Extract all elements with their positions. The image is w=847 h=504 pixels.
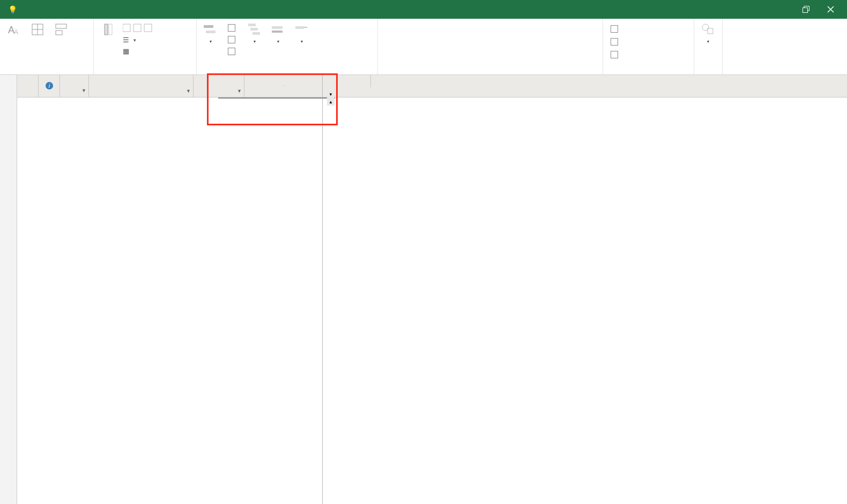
duration-header[interactable]: ▼ xyxy=(194,75,244,97)
svg-rect-22 xyxy=(708,28,713,34)
dropdown-icon: ▼ xyxy=(237,88,242,94)
timeline-header xyxy=(323,75,847,97)
timeline-week-row xyxy=(323,75,847,87)
layout-button[interactable] xyxy=(50,20,72,40)
project-summary-checkbox[interactable] xyxy=(608,37,688,47)
grid-icon xyxy=(30,22,45,37)
window-controls xyxy=(801,5,847,14)
ribbon-group-drawings: ▾ xyxy=(694,19,723,74)
svg-rect-17 xyxy=(252,32,260,35)
insert-column-button[interactable] xyxy=(97,20,118,40)
ribbon-group-bar-styles: ▾ ▾ ▾ ▾ xyxy=(197,19,378,74)
checkbox-icon xyxy=(611,51,618,58)
svg-rect-16 xyxy=(250,28,258,31)
ribbon-group-gantt-style xyxy=(378,19,603,74)
dropdown-icon: ▼ xyxy=(81,88,86,94)
bar-icon xyxy=(203,22,218,37)
checkbox-icon xyxy=(611,25,618,33)
text-icon: AA xyxy=(6,22,21,37)
path-icon xyxy=(247,22,262,37)
svg-rect-8 xyxy=(105,24,108,35)
critical-tasks-checkbox[interactable] xyxy=(226,23,240,33)
restore-window-button[interactable] xyxy=(801,5,811,14)
checkbox-icon xyxy=(611,38,618,46)
slippage-button[interactable]: ▾ xyxy=(291,20,313,47)
task-name-header[interactable]: ▼ xyxy=(89,75,194,97)
tell-me-search[interactable]: 💡 xyxy=(0,5,21,14)
text-styles-button[interactable]: AA xyxy=(3,20,25,40)
titlebar: 💡 xyxy=(0,0,847,19)
info-header[interactable]: i xyxy=(39,75,60,97)
timeline-day-row xyxy=(323,87,847,97)
svg-text:A: A xyxy=(14,28,18,36)
shapes-icon xyxy=(701,22,716,37)
custom-fields-button[interactable]: ▦ xyxy=(121,46,157,56)
ribbon-group-format: AA xyxy=(0,19,94,74)
drawing-button[interactable]: ▾ xyxy=(697,20,719,47)
row-number-header[interactable] xyxy=(17,75,39,97)
svg-rect-20 xyxy=(295,26,304,29)
svg-rect-7 xyxy=(56,31,62,35)
ribbon-group-columns: ☰ ▾ ▦ xyxy=(94,19,197,74)
svg-rect-6 xyxy=(56,24,66,28)
ribbon: AA ☰ ▾ ▦ xyxy=(0,19,847,75)
ribbon-group-label xyxy=(381,71,599,74)
baseline-icon xyxy=(271,22,286,37)
task-mode-header[interactable]: ▼ xyxy=(60,75,89,97)
checkbox-icon xyxy=(228,48,235,55)
scroll-down-button[interactable]: ▼ xyxy=(327,91,335,98)
ribbon-group-label xyxy=(606,71,690,74)
svg-rect-19 xyxy=(272,31,283,33)
fields-icon: ▦ xyxy=(123,47,129,55)
gantt-chart-side-label[interactable] xyxy=(0,75,17,504)
outline-number-checkbox[interactable] xyxy=(608,24,688,34)
late-tasks-checkbox[interactable] xyxy=(226,47,240,56)
dropdown-icon: ▼ xyxy=(186,88,191,94)
predecessors-header[interactable] xyxy=(244,75,322,97)
svg-rect-15 xyxy=(248,24,256,26)
predecessors-header-label xyxy=(282,85,285,86)
table-header: i ▼ ▼ ▼ xyxy=(17,75,322,97)
gridlines-button[interactable] xyxy=(27,20,48,40)
main-content: i ▼ ▼ ▼ ▲ ▼ xyxy=(0,75,847,504)
task-pane: i ▼ ▼ ▼ ▲ ▼ xyxy=(17,75,323,504)
align-group-button[interactable] xyxy=(121,22,157,34)
gantt-pane[interactable] xyxy=(323,75,847,504)
svg-rect-14 xyxy=(206,31,216,33)
gear-icon: ☰ xyxy=(123,36,129,44)
slack-checkbox[interactable] xyxy=(226,35,240,44)
format-dropdown-button[interactable]: ▾ xyxy=(200,20,221,47)
ribbon-group-label xyxy=(3,71,90,74)
column-settings-button[interactable]: ☰ ▾ xyxy=(121,35,157,45)
svg-rect-13 xyxy=(204,25,213,28)
svg-rect-11 xyxy=(133,24,141,32)
checkbox-icon xyxy=(228,36,235,43)
ribbon-group-label xyxy=(97,71,193,74)
svg-rect-10 xyxy=(123,24,130,32)
svg-rect-0 xyxy=(803,8,807,13)
column-field-dropdown[interactable]: ▲ ▼ xyxy=(218,97,335,99)
svg-rect-9 xyxy=(109,24,112,35)
ribbon-group-label xyxy=(200,71,374,74)
bulb-icon: 💡 xyxy=(8,5,17,14)
info-icon: i xyxy=(45,81,54,90)
summary-tasks-checkbox[interactable] xyxy=(608,50,688,59)
slippage-icon xyxy=(294,22,309,37)
checkbox-icon xyxy=(228,24,235,32)
svg-rect-18 xyxy=(272,26,283,29)
task-path-button[interactable]: ▾ xyxy=(244,20,265,47)
ribbon-group-label xyxy=(697,71,719,74)
svg-rect-12 xyxy=(144,24,152,32)
layout-icon xyxy=(54,22,69,37)
insert-col-icon xyxy=(100,22,115,37)
scroll-up-button[interactable]: ▲ xyxy=(327,98,335,106)
ribbon-group-show-hide xyxy=(603,19,694,74)
close-window-button[interactable] xyxy=(826,5,835,14)
baseline-button[interactable]: ▾ xyxy=(268,20,289,47)
